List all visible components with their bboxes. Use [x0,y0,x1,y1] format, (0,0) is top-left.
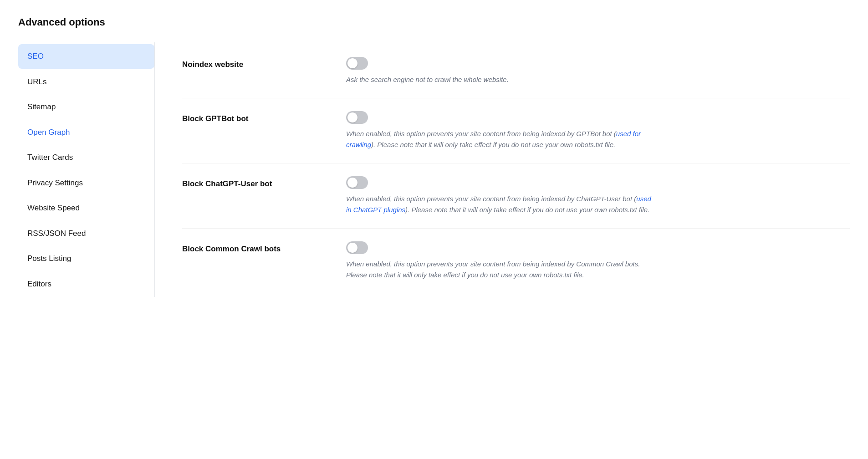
sidebar-item-urls[interactable]: URLs [18,70,154,94]
toggle-block-common-crawl[interactable] [346,241,368,254]
sidebar: SEOURLsSitemapOpen GraphTwitter CardsPri… [18,42,155,297]
settings-description-block-common-crawl: When enabled, this option prevents your … [346,259,656,280]
sidebar-item-editors[interactable]: Editors [18,272,154,296]
settings-label-block-chatgpt-user: Block ChatGPT-User bot [182,176,328,190]
toggle-container-block-gptbot [346,111,850,124]
page-wrapper: Advanced options SEOURLsSitemapOpen Grap… [0,0,868,459]
settings-right-block-chatgpt-user: When enabled, this option prevents your … [346,176,850,215]
toggle-container-block-common-crawl [346,241,850,254]
toggle-container-noindex-website [346,57,850,70]
sidebar-item-seo[interactable]: SEO [18,44,154,69]
content-area: Noindex websiteAsk the search engine not… [155,42,850,297]
toggle-container-block-chatgpt-user [346,176,850,189]
sidebar-item-website-speed[interactable]: Website Speed [18,196,154,220]
toggle-track-block-gptbot [346,111,368,124]
sidebar-item-twitter-cards[interactable]: Twitter Cards [18,145,154,170]
toggle-track-noindex-website [346,57,368,70]
toggle-thumb-block-common-crawl [347,243,357,253]
settings-right-block-common-crawl: When enabled, this option prevents your … [346,241,850,280]
settings-link-block-chatgpt-user[interactable]: used in ChatGPT plugins [346,195,651,214]
toggle-block-chatgpt-user[interactable] [346,176,368,189]
settings-label-block-gptbot: Block GPTBot bot [182,111,328,125]
sidebar-item-rss-json-feed[interactable]: RSS/JSON Feed [18,221,154,246]
toggle-noindex-website[interactable] [346,57,368,70]
toggle-track-block-chatgpt-user [346,176,368,189]
settings-row-block-common-crawl: Block Common Crawl botsWhen enabled, thi… [182,229,850,293]
settings-row-block-chatgpt-user: Block ChatGPT-User botWhen enabled, this… [182,163,850,229]
settings-right-block-gptbot: When enabled, this option prevents your … [346,111,850,150]
toggle-thumb-noindex-website [347,58,357,68]
settings-row-block-gptbot: Block GPTBot botWhen enabled, this optio… [182,98,850,163]
settings-row-noindex-website: Noindex websiteAsk the search engine not… [182,44,850,98]
settings-description-block-gptbot: When enabled, this option prevents your … [346,128,656,150]
settings-description-noindex-website: Ask the search engine not to crawl the w… [346,74,656,85]
sidebar-item-posts-listing[interactable]: Posts Listing [18,246,154,271]
settings-label-block-common-crawl: Block Common Crawl bots [182,241,328,255]
sidebar-item-sitemap[interactable]: Sitemap [18,95,154,119]
settings-description-block-chatgpt-user: When enabled, this option prevents your … [346,194,656,215]
toggle-block-gptbot[interactable] [346,111,368,124]
sidebar-item-privacy-settings[interactable]: Privacy Settings [18,171,154,195]
page-title: Advanced options [18,15,850,30]
settings-label-noindex-website: Noindex website [182,57,328,71]
toggle-track-block-common-crawl [346,241,368,254]
sidebar-item-open-graph[interactable]: Open Graph [18,120,154,145]
settings-right-noindex-website: Ask the search engine not to crawl the w… [346,57,850,85]
toggle-thumb-block-gptbot [347,112,357,122]
main-layout: SEOURLsSitemapOpen GraphTwitter CardsPri… [18,42,850,297]
settings-link-block-gptbot[interactable]: used for crawling [346,130,641,148]
toggle-thumb-block-chatgpt-user [347,178,357,188]
